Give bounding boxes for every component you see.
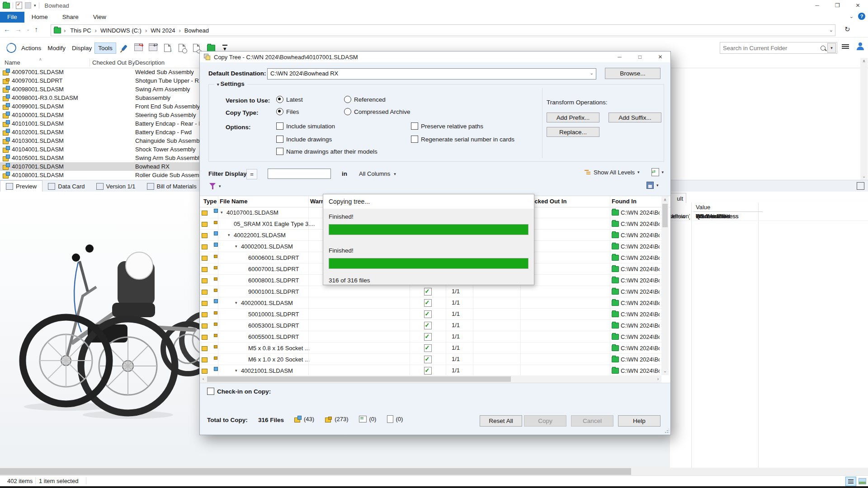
- filter-columns-dropdown[interactable]: All Columns ▾: [359, 170, 396, 177]
- thumbnail-view-icon[interactable]: [857, 477, 867, 485]
- qat-customize-caret-icon[interactable]: ▾: [34, 3, 36, 8]
- expand-caret-icon[interactable]: ▾: [228, 233, 234, 237]
- checked-document-icon[interactable]: [16, 2, 22, 9]
- search-icon[interactable]: [821, 46, 826, 51]
- recent-locations-caret-icon[interactable]: ⌄: [26, 27, 30, 32]
- checked-icon[interactable]: [424, 333, 432, 341]
- column-header-description[interactable]: Description: [135, 59, 165, 66]
- ribbon-tab[interactable]: View: [86, 12, 113, 23]
- dialog-button[interactable]: Copy: [524, 415, 566, 427]
- back-button[interactable]: ←: [4, 25, 10, 33]
- checked-icon[interactable]: [424, 299, 432, 307]
- option-checkbox[interactable]: Include drawings: [276, 136, 332, 143]
- copy-type-radio-option[interactable]: Compressed Archive: [344, 108, 410, 115]
- export-report-icon[interactable]: [651, 168, 659, 176]
- preview-horizontal-scrollbar[interactable]: [0, 468, 868, 475]
- search-input[interactable]: [720, 44, 821, 52]
- chevron-down-icon[interactable]: ▾: [662, 170, 664, 174]
- search-dropdown-icon[interactable]: ▾: [827, 43, 836, 53]
- tree-row[interactable]: ▾ 40021001.SLDASM 1/1 C:\WN 2024\Bow: [200, 365, 661, 375]
- checkbox-icon[interactable]: [276, 122, 283, 130]
- checked-icon[interactable]: [424, 322, 432, 329]
- transform-button[interactable]: Replace...: [547, 127, 599, 137]
- filter-input[interactable]: [268, 169, 331, 179]
- get-version-icon[interactable]: [176, 42, 188, 53]
- copy-checkbox-cell[interactable]: [410, 354, 446, 365]
- check-in-icon[interactable]: ↩: [147, 42, 159, 53]
- value-column-header[interactable]: Value: [693, 203, 763, 212]
- tree-row[interactable]: M5 x 0.8 x 16 Socket ... 1/1 C:\WN 2024\…: [200, 343, 661, 354]
- show-all-levels-dropdown[interactable]: Show All Levels: [594, 169, 635, 176]
- checked-icon[interactable]: [424, 288, 432, 296]
- tree-row[interactable]: 60053001.SLDPRT 1/1 C:\WN 2024\Bow: [200, 320, 661, 331]
- expand-caret-icon[interactable]: ▾: [235, 244, 241, 249]
- radio-icon[interactable]: [344, 96, 351, 103]
- sync-icon[interactable]: [5, 42, 17, 53]
- expand-caret-icon[interactable]: ▾: [221, 210, 226, 215]
- chevron-down-icon[interactable]: ▾: [637, 170, 640, 174]
- column-header-checked-out-by[interactable]: Checked Out By: [92, 59, 135, 66]
- breadcrumb-item[interactable]: This PC: [68, 27, 99, 34]
- save-list-icon[interactable]: [646, 182, 654, 189]
- copy-checkbox-cell[interactable]: [410, 365, 446, 375]
- transform-button[interactable]: Add Prefix...: [547, 113, 599, 122]
- preview-tab[interactable]: Version 1/1: [91, 181, 142, 192]
- checkbox-icon[interactable]: [276, 148, 283, 155]
- search-results-list-icon[interactable]: [842, 43, 852, 52]
- check-out-icon[interactable]: ↪: [133, 42, 145, 53]
- dialog-button[interactable]: Cancel: [571, 415, 613, 427]
- preview-tab[interactable]: Preview: [0, 180, 42, 192]
- copy-checkbox-cell[interactable]: [410, 320, 446, 331]
- up-button[interactable]: ↑: [34, 25, 38, 33]
- checkbox-icon[interactable]: [207, 388, 214, 395]
- tree-row[interactable]: 60055001.SLDPRT 1/1 C:\WN 2024\Bow: [200, 331, 661, 343]
- scrollbar-thumb[interactable]: [0, 468, 631, 475]
- transform-button[interactable]: Add Suffix...: [609, 113, 661, 122]
- ribbon-tab[interactable]: Home: [24, 12, 55, 23]
- resize-grip[interactable]: [665, 429, 669, 433]
- close-button[interactable]: ✕: [848, 0, 868, 11]
- checked-icon[interactable]: [424, 310, 432, 318]
- dialog-maximize-button[interactable]: □: [630, 52, 650, 62]
- ribbon-tab[interactable]: Share: [55, 12, 86, 23]
- version-radio-option[interactable]: Latest: [276, 96, 303, 103]
- scroll-down-icon[interactable]: ⌄: [860, 173, 868, 180]
- radio-icon[interactable]: [276, 108, 283, 115]
- get-latest-icon[interactable]: ↓: [162, 42, 174, 53]
- dialog-close-button[interactable]: ✕: [650, 52, 670, 62]
- option-checkbox[interactable]: Regenerate serial number in cards: [411, 136, 514, 143]
- column-header-name[interactable]: Name: [5, 59, 20, 66]
- copy-checkbox-cell[interactable]: [410, 343, 446, 353]
- option-checkbox[interactable]: Preserve relative paths: [411, 122, 483, 130]
- combobox-caret-icon[interactable]: ⌄: [590, 70, 594, 75]
- tree-row[interactable]: 90001001.SLDPRT 1/1 C:\WN 2024\Bow: [200, 286, 661, 297]
- tree-vertical-scrollbar[interactable]: ∧ ⌄: [661, 196, 669, 375]
- dialog-title-bar[interactable]: Copy Tree - C:\WN 2024\Bowhead\40107001.…: [200, 52, 670, 62]
- minimize-button[interactable]: ─: [807, 0, 827, 11]
- details-view-icon[interactable]: [845, 477, 856, 486]
- tree-row[interactable]: ▾ 40020001.SLDASM 1/1 C:\WN 2024\Bow: [200, 297, 661, 309]
- pdm-menu-item[interactable]: Modify: [44, 43, 69, 53]
- tree-row[interactable]: M6 x 1.0 x 20 Socket ... 1/1 C:\WN 2024\…: [200, 354, 661, 365]
- tree-horizontal-scrollbar[interactable]: ‹ ›: [200, 375, 661, 383]
- scroll-up-icon[interactable]: ∧: [860, 58, 868, 65]
- copy-checkbox-cell[interactable]: [410, 331, 446, 342]
- checkbox-icon[interactable]: [411, 122, 418, 130]
- settings-group-label[interactable]: ▾Settings: [214, 80, 247, 87]
- pdm-menu-item[interactable]: Display: [69, 43, 95, 53]
- tree-col-type[interactable]: Type: [203, 198, 217, 205]
- forward-button[interactable]: →: [15, 25, 22, 33]
- copy-checkbox-cell[interactable]: [410, 297, 446, 308]
- pdm-menu-item[interactable]: Tools: [95, 43, 116, 53]
- option-checkbox[interactable]: Include simulation: [276, 122, 335, 130]
- copy-checkbox-cell[interactable]: [410, 286, 446, 297]
- preview-3d-model[interactable]: [4, 194, 221, 465]
- scrollbar-thumb[interactable]: [207, 376, 511, 382]
- expand-caret-icon[interactable]: ▾: [235, 300, 241, 305]
- scroll-left-icon[interactable]: ‹: [200, 375, 207, 383]
- radio-icon[interactable]: [276, 96, 283, 103]
- ribbon-tab[interactable]: File: [0, 12, 24, 23]
- breadcrumb-item[interactable]: WINDOWS (C:): [99, 27, 149, 34]
- expand-preview-icon[interactable]: [857, 182, 864, 190]
- check-in-on-copy-option[interactable]: Check-in on Copy:: [207, 388, 271, 395]
